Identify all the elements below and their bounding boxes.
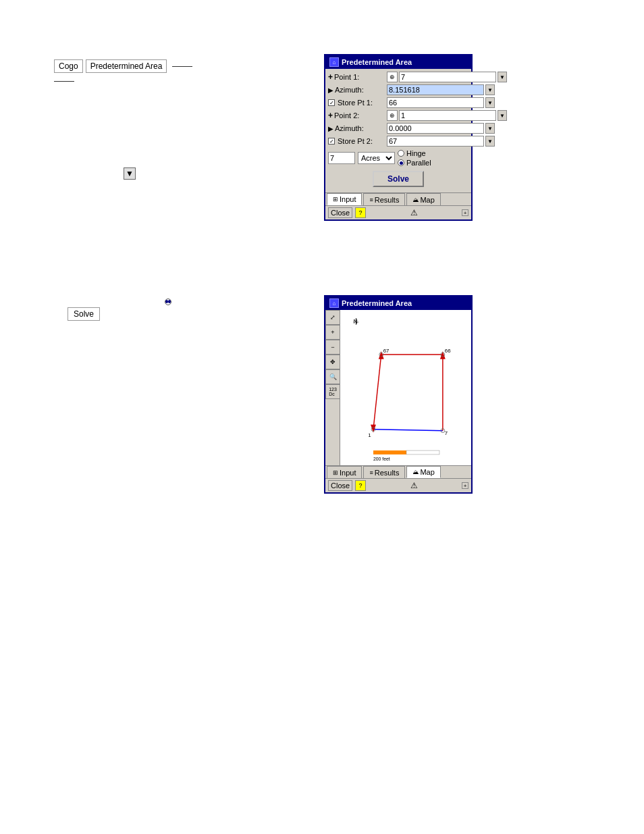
store-pt2-input[interactable] [387, 136, 484, 147]
point2-input[interactable] [399, 110, 496, 121]
tab2-results[interactable]: ≡ Results [363, 466, 405, 478]
map-toolbar: ⤢ + − ✥ 🔍 123Dc [325, 310, 340, 465]
svg-text:1: 1 [368, 432, 371, 438]
input2-tab-icon: ⊞ [333, 469, 338, 476]
tab-input[interactable]: ⊞ Input [327, 193, 362, 205]
map-tool-pan[interactable]: ✥ [325, 355, 340, 369]
warning-icon-1: ⚠ [408, 207, 419, 218]
point1-input[interactable] [399, 72, 496, 82]
map-tool-zoom-in[interactable]: + [325, 325, 340, 340]
results-tab-icon: ≡ [369, 197, 373, 203]
store-pt1-checkbox[interactable]: ✓ [328, 99, 335, 106]
warning-icon-2: ⚠ [408, 480, 419, 491]
dialog1-footer: Close ? ⚠ + [325, 205, 471, 219]
map-tab-icon: ⛰ [412, 197, 419, 203]
tab2-input[interactable]: ⊞ Input [327, 466, 362, 478]
svg-text:67: 67 [383, 348, 390, 354]
map-canvas: N 67 [340, 310, 471, 465]
dialog2-title-icon: ⌂ [329, 298, 339, 308]
results2-tab-icon: ≡ [369, 469, 373, 476]
dialog2-title: Predetermined Area [342, 299, 412, 307]
store-pt1-input[interactable] [387, 97, 484, 108]
cogo-breadcrumb[interactable]: Cogo [54, 59, 83, 73]
left-dropdown[interactable]: ▼ [124, 167, 136, 180]
map-area: ⤢ + − ✥ 🔍 123Dc N [325, 310, 471, 465]
hinge-radio[interactable] [398, 150, 404, 157]
tab-results[interactable]: ≡ Results [363, 193, 405, 205]
parallel-radio-row: Parallel [398, 159, 431, 167]
plus-icon-2: + [328, 111, 333, 120]
azimuth2-label: ▶ Azimuth: [328, 124, 385, 132]
dialog1-body: + Point 1: ⊕ ▼ ▶ Azimuth: ▼ ✓ Store Pt 1… [325, 69, 471, 192]
dialog1-titlebar: ⌂ Predetermined Area [325, 55, 471, 69]
expand-icon-2[interactable]: + [462, 482, 468, 489]
store-pt2-row: ✓ Store Pt 2: ▼ [328, 136, 468, 147]
map-tool-identify[interactable]: 🔍 [325, 369, 340, 384]
footer-yellow-icon-2: ? [355, 480, 366, 491]
store-pt1-dropdown[interactable]: ▼ [485, 97, 495, 108]
breadcrumb: Cogo Predetermined Area [54, 59, 195, 73]
map-tool-extent[interactable]: ⤢ [325, 310, 340, 325]
svg-text:66: 66 [445, 348, 451, 354]
dialog2-tabs: ⊞ Input ≡ Results ⛰ Map [325, 465, 471, 478]
point1-label: + Point 1: [328, 72, 385, 82]
azimuth2-dropdown[interactable]: ▼ [485, 123, 495, 134]
arrow-icon-2: ▶ [328, 125, 333, 132]
area-input[interactable] [328, 152, 355, 164]
point2-dropdown[interactable]: ▼ [498, 110, 507, 121]
area-unit-select[interactable]: Acres Sq Feet Hectares [358, 152, 395, 164]
plus-icon-1: + [328, 72, 333, 82]
tab2-map[interactable]: ⛰ Map [406, 466, 440, 478]
svg-rect-19 [373, 450, 406, 454]
arrow-icon-1: ▶ [328, 86, 333, 94]
point1-img-icon[interactable]: ⊕ [387, 72, 398, 82]
dialog1-title: Predetermined Area [342, 58, 412, 66]
radio-group: Hinge Parallel [398, 149, 431, 167]
svg-rect-20 [406, 450, 439, 454]
dialog-predetermined-area-1: ⌂ Predetermined Area + Point 1: ⊕ ▼ ▶ Az… [324, 54, 473, 221]
svg-text:7: 7 [445, 430, 448, 436]
dialog1-title-icon: ⌂ [329, 57, 339, 67]
parallel-radio[interactable] [398, 159, 404, 166]
map-tool-label[interactable]: 123Dc [325, 384, 340, 399]
azimuth2-row: ▶ Azimuth: ▼ [328, 123, 468, 134]
area-row: Acres Sq Feet Hectares Hinge Parallel [328, 149, 468, 167]
point2-row: + Point 2: ⊕ ▼ [328, 110, 468, 121]
store-pt2-label: ✓ Store Pt 2: [328, 137, 385, 145]
expand-icon-1[interactable]: + [462, 209, 468, 216]
azimuth1-label: ▶ Azimuth: [328, 86, 385, 94]
azimuth1-input[interactable] [387, 84, 484, 95]
solve-button[interactable]: Solve [373, 171, 424, 187]
svg-text:200 feet: 200 feet [373, 457, 390, 461]
point2-label: + Point 2: [328, 111, 385, 120]
point1-row: + Point 1: ⊕ ▼ [328, 72, 468, 82]
store-pt2-dropdown[interactable]: ▼ [485, 136, 495, 147]
tab-map[interactable]: ⛰ Map [406, 193, 440, 205]
map-tool-zoom-out[interactable]: − [325, 340, 340, 355]
dialog-predetermined-area-2: ⌂ Predetermined Area ⤢ + − ✥ 🔍 123Dc N [324, 295, 473, 494]
input-tab-icon: ⊞ [333, 196, 338, 203]
close-button-2[interactable]: Close [328, 480, 352, 491]
close-button-1[interactable]: Close [328, 207, 352, 218]
azimuth2-input[interactable] [387, 123, 484, 134]
left-solve-button[interactable]: Solve [68, 307, 100, 321]
store-pt2-checkbox[interactable]: ✓ [328, 138, 335, 145]
sub-line [54, 81, 74, 82]
predetermined-breadcrumb[interactable]: Predetermined Area [86, 59, 167, 73]
point2-img-icon[interactable]: ⊕ [387, 110, 398, 121]
azimuth1-row: ▶ Azimuth: ▼ [328, 84, 468, 95]
dialog2-footer: Close ? ⚠ + [325, 478, 471, 492]
point1-dropdown[interactable]: ▼ [498, 72, 507, 82]
breadcrumb-line [172, 66, 192, 67]
store-pt1-row: ✓ Store Pt 1: ▼ [328, 97, 468, 108]
hinge-radio-row: Hinge [398, 149, 431, 157]
map2-tab-icon: ⛰ [412, 469, 419, 475]
footer-yellow-icon: ? [355, 207, 366, 218]
svg-rect-0 [340, 311, 471, 463]
left-radio[interactable] [165, 296, 171, 305]
dialog1-tabs: ⊞ Input ≡ Results ⛰ Map [325, 192, 471, 205]
dialog2-titlebar: ⌂ Predetermined Area [325, 296, 471, 310]
svg-text:N: N [354, 318, 358, 325]
store-pt1-label: ✓ Store Pt 1: [328, 99, 385, 107]
azimuth1-dropdown[interactable]: ▼ [485, 84, 495, 95]
